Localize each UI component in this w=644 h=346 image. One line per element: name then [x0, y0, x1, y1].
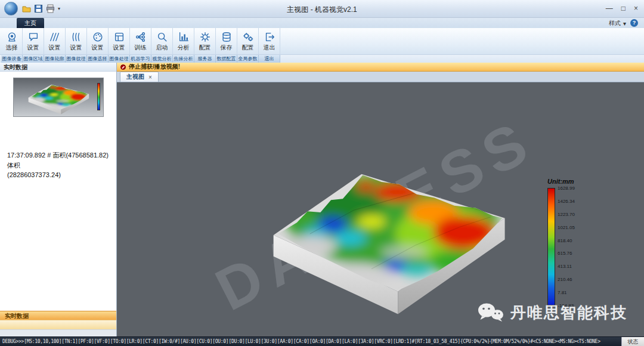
- slashes-icon: [49, 31, 61, 43]
- live-data-line1: 17:37:09.892 # 面积(47568581.82) 体积: [7, 150, 109, 170]
- window-title: 主视图 - 机器视觉v2.1: [0, 5, 644, 15]
- colorbar-tick-label: 1223.70: [558, 211, 575, 217]
- main-area: 停止捕获/播放视频! 主视图 × DANVESS Unit:mm 1628.99…: [117, 63, 644, 336]
- status-right-label: 状态: [621, 337, 644, 346]
- ribbon-group: 设置: [23, 28, 44, 55]
- palette-icon: [92, 31, 104, 43]
- ribbon-button-label: 分析: [178, 44, 190, 52]
- ribbon-group-caption: 图像选择: [87, 55, 109, 63]
- ribbon-button-label: 设置: [49, 44, 61, 52]
- style-menu[interactable]: 样式 ▾: [609, 19, 626, 27]
- gear-icon: [199, 31, 211, 43]
- colorbar-tick-label: 210.46: [558, 277, 572, 282]
- ribbon-tab-row: 主页 样式 ▾ ?: [0, 18, 644, 28]
- network-icon: [135, 31, 147, 43]
- window-controls: — □ ×: [606, 4, 638, 13]
- ribbon-group: 分析: [173, 28, 194, 55]
- ribbon-group: 训练: [130, 28, 151, 55]
- ribbon-button-bubble[interactable]: 设置: [23, 31, 44, 52]
- ribbon-group-caption: 图像设备: [1, 55, 23, 63]
- colorbar-tick-label: 1628.99: [558, 186, 575, 191]
- ribbon-button-slashes[interactable]: 设置: [45, 31, 65, 52]
- thumbnail-surface-plot: [15, 79, 95, 115]
- ribbon-button-label: 选择: [6, 44, 18, 52]
- ribbon-button-gears[interactable]: 配置: [238, 31, 258, 52]
- stop-icon: [120, 64, 126, 70]
- ribbon-group-caption: 机器学习: [130, 55, 151, 63]
- ribbon-button-launch[interactable]: 启动: [152, 31, 172, 52]
- ribbon-group-caption: 图像处理: [109, 55, 130, 63]
- left-panel: 实时数据 17:37:09.892 # 面积(47568581.82) 体积 (…: [0, 63, 117, 336]
- ribbon-groups: 选择设置设置设置设置设置训练启动分析配置保存配置退出: [0, 28, 644, 55]
- ribbon-button-chart[interactable]: 分析: [174, 31, 194, 52]
- ribbon-group-caption: 图像轮廓: [44, 55, 66, 63]
- ribbon-button-waves[interactable]: 设置: [66, 31, 86, 52]
- ribbon-group-labels: 图像设备图像区域图像轮廓图像纹理图像选择图像处理机器学习视觉分析焦缘分析服务器数…: [0, 55, 644, 63]
- ribbon-button-palette[interactable]: 设置: [88, 31, 108, 52]
- surface-plot-3d[interactable]: [222, 149, 527, 319]
- ribbon-group-caption: 焦缘分析: [173, 55, 194, 63]
- ribbon-button-network[interactable]: 训练: [131, 31, 151, 52]
- database-icon: [221, 31, 233, 43]
- close-icon[interactable]: ×: [148, 74, 152, 81]
- ribbon-button-exit[interactable]: 退出: [259, 31, 280, 52]
- ribbon-button-label: 退出: [264, 44, 275, 52]
- viewport[interactable]: DANVESS Unit:mm 1628.991426.341223.70102…: [117, 82, 644, 336]
- ribbon-button-label: 配置: [242, 44, 254, 52]
- tab-home[interactable]: 主页: [17, 18, 44, 28]
- ribbon-group: 保存: [216, 28, 237, 55]
- maximize-button[interactable]: □: [621, 4, 626, 13]
- ribbon-group: 配置: [237, 28, 259, 55]
- left-panel-spacer: [0, 180, 116, 311]
- status-text: DEBUG>>>[MS:10,10,100][TN:1][PF:0][VF:0]…: [2, 339, 600, 344]
- exit-icon: [264, 31, 275, 43]
- ribbon-group-caption: 服务器: [194, 55, 216, 63]
- ribbon-button-gear[interactable]: 配置: [195, 31, 215, 52]
- ribbon-button-process[interactable]: 设置: [109, 31, 129, 52]
- live-thumbnail[interactable]: [13, 78, 104, 117]
- ribbon-button-label: 配置: [199, 44, 211, 52]
- alert-bar: 停止捕获/播放视频!: [117, 63, 644, 72]
- ribbon-group: 设置: [109, 28, 130, 55]
- ribbon-button-label: 设置: [113, 44, 125, 52]
- title-bar[interactable]: ▾ 主视图 - 机器视觉v2.1 — □ ×: [0, 0, 644, 18]
- ribbon-button-label: 设置: [27, 44, 39, 52]
- colorbar-title: Unit:mm: [547, 178, 590, 185]
- ribbon-group: 退出: [259, 28, 280, 55]
- bottom-panel-footer: [0, 329, 116, 336]
- ribbon-group-caption: 数据配置: [216, 55, 237, 63]
- colorbar-tick-label: 7.81: [558, 290, 567, 295]
- bubble-icon: [27, 31, 39, 43]
- ribbon-group: 选择: [1, 28, 23, 55]
- ribbon-group: 配置: [194, 28, 216, 55]
- colorbar-tick-label: 818.40: [558, 237, 572, 243]
- status-bar: DEBUG>>>[MS:10,10,100][TN:1][PF:0][VF:0]…: [0, 336, 644, 346]
- ribbon-button-webcam[interactable]: 选择: [2, 31, 22, 52]
- bottom-panel-strip: [0, 320, 116, 329]
- live-data-text: 17:37:09.892 # 面积(47568581.82) 体积 (28286…: [0, 150, 116, 180]
- webcam-icon: [6, 31, 18, 43]
- colorbar-ticks: 1628.991426.341223.701021.05818.40615.76…: [558, 188, 589, 305]
- alert-text: 停止捕获/播放视频!: [129, 63, 180, 71]
- close-button[interactable]: ×: [634, 4, 638, 13]
- colorbar-tick-label: 1426.34: [558, 198, 575, 203]
- document-tab-strip: 主视图 ×: [117, 72, 644, 82]
- help-icon[interactable]: ?: [630, 19, 638, 27]
- ribbon-group: 设置: [87, 28, 109, 55]
- thumbnail-colorbar: [97, 83, 100, 110]
- bottom-panel-tab[interactable]: 实时数据: [0, 311, 116, 320]
- minimize-button[interactable]: —: [606, 4, 613, 13]
- waves-icon: [70, 31, 82, 43]
- chevron-down-icon: ▾: [623, 20, 626, 27]
- tab-main-view-label: 主视图: [126, 73, 144, 81]
- left-panel-header: 实时数据: [0, 63, 116, 72]
- process-icon: [113, 31, 125, 43]
- ribbon-group: 设置: [66, 28, 87, 55]
- ribbon-button-database[interactable]: 保存: [216, 31, 237, 52]
- ribbon-group: 启动: [151, 28, 173, 55]
- ribbon-button-label: 设置: [92, 44, 104, 52]
- brand: 丹唯思智能科技: [477, 302, 627, 323]
- brand-text: 丹唯思智能科技: [510, 302, 627, 323]
- launch-icon: [156, 31, 168, 43]
- tab-main-view[interactable]: 主视图 ×: [120, 72, 159, 82]
